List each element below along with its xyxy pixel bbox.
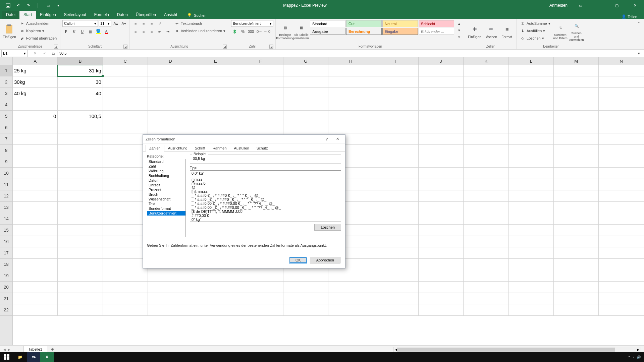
format-item[interactable]: _-* #.##0,00 €_-;-* #.##0,00 €_-;_-* "-"… <box>190 201 341 205</box>
cell-G2[interactable] <box>283 76 328 88</box>
cell-J14[interactable] <box>419 213 464 225</box>
category-item[interactable]: Datum <box>147 178 185 183</box>
collapse-ribbon-icon[interactable]: ˄ <box>635 20 643 27</box>
cell-L16[interactable] <box>509 236 554 247</box>
dialog-launcher-icon[interactable]: ◢ <box>123 45 127 49</box>
category-item[interactable]: Uhrzeit <box>147 183 185 187</box>
cell-E19[interactable] <box>193 270 238 282</box>
cell-D22[interactable] <box>148 304 193 316</box>
fill-color-button[interactable]: 🪣 <box>95 28 102 35</box>
cell-N21[interactable] <box>599 293 644 304</box>
cell-D21[interactable] <box>148 293 193 304</box>
cell-K9[interactable] <box>464 156 508 168</box>
cell-N12[interactable] <box>599 190 644 202</box>
cell-M2[interactable] <box>554 76 599 88</box>
format-item[interactable]: _-* #.##0 _€_-;-* #.##0 _€_-;_-* "-" _€_… <box>190 197 341 201</box>
maximize-icon[interactable]: ▢ <box>609 0 625 11</box>
insert-function-icon[interactable]: fx <box>50 50 57 57</box>
cell-N3[interactable] <box>599 88 644 99</box>
cell-G1[interactable] <box>283 65 328 76</box>
cell-L7[interactable] <box>509 133 554 145</box>
scrollbar-thumb[interactable] <box>397 348 615 352</box>
cell-N2[interactable] <box>599 76 644 88</box>
cell-G22[interactable] <box>283 304 328 316</box>
cell-L13[interactable] <box>509 202 554 213</box>
cell-N15[interactable] <box>599 225 644 236</box>
dialog-launcher-icon[interactable]: ◢ <box>54 45 58 49</box>
row-header[interactable]: 9 <box>0 156 12 168</box>
cell-L3[interactable] <box>509 88 554 99</box>
format-item[interactable]: mm:ss,0 <box>190 181 341 185</box>
cell-I9[interactable] <box>373 156 418 168</box>
align-top-icon[interactable]: ≡ <box>132 20 139 27</box>
delete-format-button[interactable]: Löschen <box>314 224 341 231</box>
cell-B14[interactable] <box>58 213 103 225</box>
conditional-formatting-button[interactable]: ▤Bedingte Formatierung <box>278 20 292 42</box>
cell-A17[interactable] <box>13 247 58 259</box>
format-item[interactable]: 0" kg" <box>190 218 341 222</box>
merge-center-button[interactable]: ⬌Verbinden und zentrieren▾ <box>173 27 227 34</box>
cell-B8[interactable] <box>58 145 103 156</box>
formula-input[interactable]: 30,5 <box>57 50 635 57</box>
font-size-select[interactable]: 11▾ <box>99 20 111 27</box>
insert-cells-button[interactable]: ➕Einfügen <box>467 20 482 42</box>
cell-M14[interactable] <box>554 213 599 225</box>
cell-K10[interactable] <box>464 168 508 179</box>
cell-style-ausgabe[interactable]: Ausgabe <box>310 28 345 35</box>
ok-button[interactable]: OK <box>289 257 307 263</box>
cell-J20[interactable] <box>419 282 464 293</box>
cell-D6[interactable] <box>148 122 193 133</box>
cell-N22[interactable] <box>599 304 644 316</box>
cell-J3[interactable] <box>419 88 464 99</box>
cell-C2[interactable] <box>103 76 148 88</box>
cell-F19[interactable] <box>238 270 283 282</box>
cell-A16[interactable] <box>13 236 58 247</box>
cell-J13[interactable] <box>419 202 464 213</box>
cell-I18[interactable] <box>373 259 418 270</box>
cell-B12[interactable] <box>58 190 103 202</box>
dialog-tab[interactable]: Schrift <box>191 145 209 152</box>
cell-N17[interactable] <box>599 247 644 259</box>
cell-M16[interactable] <box>554 236 599 247</box>
tab-seitenlayout[interactable]: Seitenlayout <box>60 11 90 19</box>
cell-L19[interactable] <box>509 270 554 282</box>
cell-B6[interactable] <box>58 122 103 133</box>
cell-B9[interactable] <box>58 156 103 168</box>
cell-K12[interactable] <box>464 190 508 202</box>
cell-E5[interactable] <box>193 111 238 122</box>
cell-A6[interactable] <box>13 122 58 133</box>
sheet-nav[interactable]: ◄ ► <box>0 348 23 352</box>
align-left-icon[interactable]: ≡ <box>132 28 139 35</box>
row-header[interactable]: 4 <box>0 99 12 111</box>
percent-format-icon[interactable]: % <box>239 28 247 35</box>
cell-M19[interactable] <box>554 270 599 282</box>
clear-button[interactable]: ◇Löschen▾ <box>519 35 552 42</box>
cell-I15[interactable] <box>373 225 418 236</box>
category-item[interactable]: Wissenschaft <box>147 197 185 201</box>
row-header[interactable]: 3 <box>0 88 12 99</box>
cell-C7[interactable] <box>103 133 148 145</box>
indent-increase-icon[interactable]: ⇥ <box>164 28 171 35</box>
dialog-launcher-icon[interactable]: ◢ <box>223 45 227 49</box>
tell-me-search[interactable]: 💡 Suchen <box>184 12 210 19</box>
cell-H2[interactable] <box>328 76 373 88</box>
cell-C12[interactable] <box>103 190 148 202</box>
cell-style-erklaerender[interactable]: Erklärender ... <box>419 28 454 35</box>
cell-I22[interactable] <box>373 304 418 316</box>
cell-C1[interactable] <box>103 65 148 76</box>
cell-J18[interactable] <box>419 259 464 270</box>
row-header[interactable]: 12 <box>0 190 12 202</box>
cell-M12[interactable] <box>554 190 599 202</box>
column-header[interactable]: K <box>464 57 508 65</box>
cell-K18[interactable] <box>464 259 508 270</box>
format-item[interactable]: @ <box>190 185 341 189</box>
cell-A10[interactable] <box>13 168 58 179</box>
cell-L22[interactable] <box>509 304 554 316</box>
column-header[interactable]: B <box>58 57 103 65</box>
format-item[interactable]: [$-de-DE]TTTT, T. MMMM JJJJ <box>190 209 341 214</box>
dialog-tab[interactable]: Rahmen <box>209 145 230 152</box>
cell-A8[interactable] <box>13 145 58 156</box>
row-header[interactable]: 1 <box>0 65 12 76</box>
start-button[interactable] <box>0 352 13 362</box>
tab-formeln[interactable]: Formeln <box>90 11 113 19</box>
